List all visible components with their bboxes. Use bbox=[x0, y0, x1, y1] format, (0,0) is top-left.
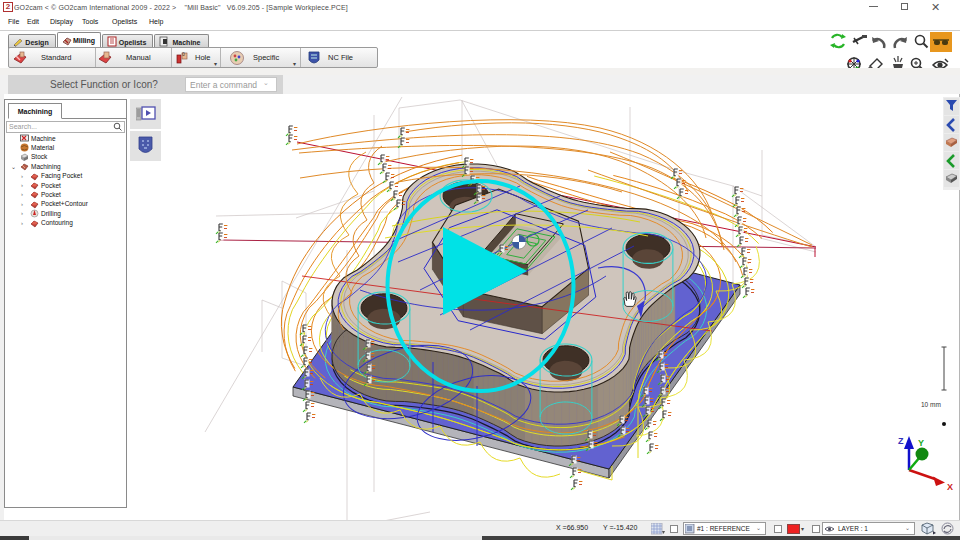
svg-text:Y: Y bbox=[918, 438, 924, 448]
svg-text:X: X bbox=[947, 482, 953, 492]
svg-text:Z: Z bbox=[898, 436, 904, 446]
svg-text:10 mm: 10 mm bbox=[921, 401, 941, 408]
